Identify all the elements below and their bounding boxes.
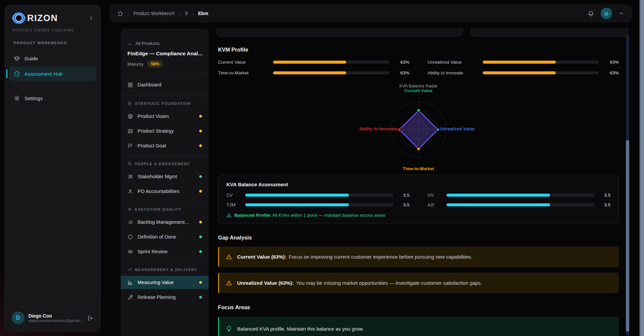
kva-meters: CV 3.5 UV 3.5 T2M 3.5 A2I 3.5: [226, 193, 610, 207]
meter-label: Current Value: [218, 60, 268, 65]
alert-text: You may be missing market opportunities …: [296, 280, 482, 286]
kva-balance-assessment-card: KVA Balance Assessment CV 3.5 UV 3.5 T2M…: [218, 175, 619, 223]
maturity-badge: 58%: [147, 60, 163, 68]
status-dot: [199, 115, 202, 118]
nav-item-product-vision[interactable]: Product Vision: [121, 110, 209, 123]
main-content: KVM Profile Current Value 63% Unrealized…: [218, 44, 619, 336]
meter-fill: [483, 61, 556, 64]
status-dot: [199, 221, 202, 223]
notifications-button[interactable]: [588, 10, 594, 17]
radar-axis-label-time-to-market: Time-to-Market: [218, 166, 619, 171]
kvm-profile-meters: Current Value 63% Unrealized Value 63% T…: [218, 60, 619, 75]
users-icon: [127, 174, 133, 180]
focus-area-item: Balanced KVA profile. Maintain this bala…: [218, 317, 619, 336]
status-dot: [199, 250, 202, 253]
meter-track: [446, 203, 595, 206]
meter-track: [483, 71, 599, 74]
sidebar-item-assessment-hub[interactable]: Assessment Hub: [9, 66, 96, 81]
cog-icon: [127, 207, 132, 211]
nav-item-label: Stakeholder Mgmt: [138, 174, 177, 179]
nav-item-product-goal[interactable]: Product Goal: [121, 139, 209, 152]
meter-value: 63%: [394, 70, 410, 75]
chevron-left-icon: [88, 15, 94, 21]
graduation-cap-icon: [14, 55, 20, 62]
nav-item-measuring-value[interactable]: Measuring Value: [121, 276, 209, 289]
logout-button[interactable]: [87, 315, 94, 321]
meter-track: [245, 194, 393, 197]
card-cutoff-right: [471, 28, 628, 37]
meter-label: Time-to-Market: [218, 70, 268, 75]
nav-item-po-accountabilities[interactable]: PO Accountabilities: [121, 185, 209, 198]
product-nav: ← All Products FinEdge — Compliance Anal…: [121, 28, 209, 336]
home-icon[interactable]: [117, 11, 123, 16]
back-to-all-products-link[interactable]: ← All Products: [121, 28, 209, 46]
nav-item-label: Measuring Value: [138, 280, 174, 285]
nav-item-product-strategy[interactable]: Product Strategy: [121, 124, 209, 138]
nav-item-release-planning[interactable]: Release Planning: [121, 290, 209, 304]
radar-axis-label-ability-to-innovate: Ability to Innovate: [359, 126, 397, 131]
meter-fill: [273, 61, 346, 64]
sidebar-item-settings[interactable]: Settings: [9, 91, 96, 106]
bar-chart-icon: [127, 280, 133, 285]
collapse-topbar-button[interactable]: [619, 11, 624, 16]
kva-label: T2M: [226, 202, 240, 207]
meter-value: 63%: [603, 60, 619, 65]
window-scrollbar[interactable]: [639, 0, 644, 336]
meter-fill: [446, 194, 550, 197]
status-dot: [199, 236, 202, 238]
meter-track: [446, 194, 595, 197]
scrollbar-thumb[interactable]: [626, 140, 629, 332]
breadcrumb-item-product-workbench[interactable]: Product Workbench: [133, 11, 175, 16]
meter-row-current-value: Current Value 63%: [218, 60, 410, 65]
topbar-avatar[interactable]: D: [601, 8, 612, 19]
warning-icon: [226, 254, 232, 260]
sidebar-section-label: PRODUCT WORKBENCH: [5, 36, 100, 50]
nav-item-backlog-management[interactable]: Backlog Management...: [121, 215, 209, 229]
alert-bold: Unrealized Value (63%):: [237, 280, 293, 286]
status-dot: [199, 175, 202, 178]
breadcrumb-separator: ›: [192, 11, 194, 16]
kva-balance-radar: KVA Balance Radar Current Value Ability …: [218, 83, 619, 173]
kva-value: 3.5: [599, 193, 610, 198]
note-bold: Balanced Profile:: [234, 213, 271, 218]
user-card[interactable]: D Diego Con diegocavalariconsolini@gmail…: [9, 307, 96, 328]
kva-row-cv: CV 3.5: [226, 193, 410, 198]
content-scrollbar[interactable]: [626, 35, 629, 336]
nav-item-definition-of-done[interactable]: Definition of Done: [121, 230, 209, 244]
user-email: diegocavalariconsolini@gmail....: [29, 319, 83, 323]
gauge-icon: [14, 71, 20, 77]
target-icon: [127, 114, 133, 119]
maturity-row: Maturity 58%: [121, 57, 209, 74]
nav-item-sprint-review[interactable]: Sprint Review: [121, 245, 209, 258]
meter-value: 63%: [603, 70, 619, 75]
nav-item-dashboard[interactable]: Dashboard: [121, 77, 209, 92]
sidebar-item-guide[interactable]: Guide: [9, 51, 96, 66]
nav-item-label: Release Planning: [138, 294, 176, 300]
lightbulb-icon: [226, 326, 232, 332]
breadcrumb-item-9[interactable]: 9: [185, 11, 188, 16]
nav-item-label: Dashboard: [138, 82, 161, 87]
bell-icon: [588, 10, 594, 17]
nav-section-strategic-foundation: STRATEGIC FOUNDATION: [121, 96, 209, 108]
list-icon: [127, 219, 133, 225]
nav-section-measurement-delivery: MEASUREMENT & DELIVERY: [121, 262, 209, 274]
breadcrumb-item-ebm[interactable]: Ebm: [198, 11, 208, 16]
warning-icon: [226, 213, 231, 218]
back-link-label: All Products: [136, 41, 160, 46]
maturity-label: Maturity: [127, 62, 144, 67]
map-icon: [127, 128, 133, 134]
flag-icon: [127, 143, 133, 149]
gap-analysis-title: Gap Analysis: [218, 235, 619, 241]
kva-row-a2i: A2I 3.5: [428, 202, 611, 207]
nav-item-label: Definition of Done: [138, 234, 176, 240]
breadcrumb-separator: ›: [179, 11, 181, 16]
focus-areas-title: Focus Areas: [218, 305, 619, 311]
meter-fill: [273, 71, 346, 74]
kva-value: 3.5: [398, 202, 410, 207]
sidebar: RIZON PRODUCT OWNER COACHING PRODUCT WOR…: [5, 5, 101, 331]
nav-item-stakeholder-mgmt[interactable]: Stakeholder Mgmt: [121, 170, 209, 183]
collapse-sidebar-button[interactable]: [88, 15, 94, 21]
kva-row-uv: UV 3.5: [428, 193, 611, 198]
product-title: FinEdge — Compliance Anal...: [121, 46, 209, 57]
nav-item-label: Sprint Review: [138, 249, 167, 254]
